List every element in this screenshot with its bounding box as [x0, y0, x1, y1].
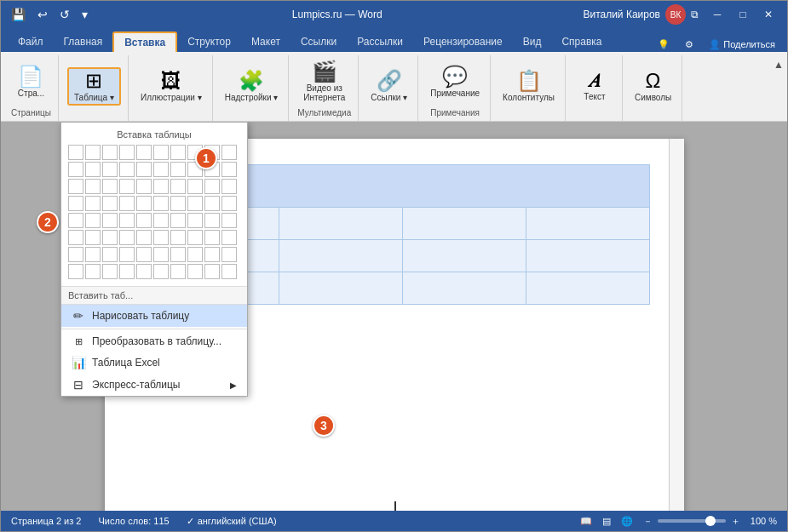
grid-cell[interactable]: [85, 230, 101, 245]
window-icon[interactable]: ⧉: [691, 9, 699, 20]
grid-cell[interactable]: [204, 213, 220, 228]
tab-references[interactable]: Ссылки: [290, 31, 347, 52]
grid-cell[interactable]: [204, 179, 220, 194]
options-icon[interactable]: ⚙: [680, 37, 699, 52]
grid-cell[interactable]: [170, 213, 186, 228]
grid-cell[interactable]: [68, 179, 83, 194]
maximize-button[interactable]: □: [731, 6, 755, 23]
grid-cell[interactable]: [153, 264, 169, 279]
grid-cell[interactable]: [221, 179, 237, 194]
ribbon-collapse-icon[interactable]: ▲: [774, 59, 784, 71]
grid-cell[interactable]: [170, 162, 186, 177]
grid-cell[interactable]: [119, 230, 135, 245]
grid-cell[interactable]: [221, 213, 237, 228]
grid-cell[interactable]: [85, 264, 101, 279]
grid-cell[interactable]: [85, 196, 101, 211]
grid-cell[interactable]: [153, 179, 169, 194]
grid-cell[interactable]: [102, 264, 118, 279]
grid-cell[interactable]: [68, 247, 83, 262]
grid-cell[interactable]: [153, 247, 169, 262]
grid-cell[interactable]: [170, 247, 186, 262]
table-button[interactable]: ⊞ Таблица ▾: [67, 67, 121, 106]
grid-cell[interactable]: [187, 247, 203, 262]
grid-cell[interactable]: [68, 264, 83, 279]
grid-cell[interactable]: [187, 179, 203, 194]
grid-cell[interactable]: [68, 196, 83, 211]
grid-cell[interactable]: [221, 145, 237, 160]
grid-cell[interactable]: [119, 179, 135, 194]
grid-cell[interactable]: [68, 162, 83, 177]
help-icon[interactable]: 💡: [653, 37, 675, 52]
grid-cell[interactable]: [119, 145, 135, 160]
grid-cell[interactable]: [68, 213, 83, 228]
grid-cell[interactable]: [102, 196, 118, 211]
grid-cell[interactable]: [204, 196, 220, 211]
pages-button[interactable]: 📄 Стра...: [14, 65, 48, 100]
grid-cell[interactable]: [85, 162, 101, 177]
undo-icon[interactable]: ↩: [34, 6, 51, 23]
save-icon[interactable]: 💾: [8, 6, 29, 23]
tab-help[interactable]: Справка: [551, 31, 612, 52]
grid-cell[interactable]: [136, 213, 152, 228]
grid-cell[interactable]: [68, 230, 83, 245]
minimize-button[interactable]: ─: [705, 6, 729, 23]
grid-cell[interactable]: [170, 264, 186, 279]
text-button[interactable]: 𝐴 Текст: [574, 70, 615, 103]
close-button[interactable]: ✕: [756, 6, 780, 23]
grid-cell[interactable]: [119, 264, 135, 279]
share-button[interactable]: 👤 Поделиться: [704, 37, 780, 52]
tab-structure[interactable]: Структор: [177, 31, 241, 52]
grid-cell[interactable]: [187, 230, 203, 245]
grid-cell[interactable]: [221, 264, 237, 279]
grid-cell[interactable]: [85, 247, 101, 262]
grid-cell[interactable]: [204, 230, 220, 245]
grid-cell[interactable]: [102, 230, 118, 245]
grid-cell[interactable]: [119, 196, 135, 211]
grid-cell[interactable]: [136, 230, 152, 245]
headerfooter-button[interactable]: 📋 Колонтитулы: [499, 69, 558, 104]
grid-cell[interactable]: [102, 145, 118, 160]
view-icon-read[interactable]: 📖: [580, 516, 592, 527]
grid-cell[interactable]: [119, 162, 135, 177]
tab-review[interactable]: Рецензирование: [413, 31, 513, 52]
grid-cell[interactable]: [136, 162, 152, 177]
links-button[interactable]: 🔗 Ссылки ▾: [367, 69, 411, 104]
zoom-out-icon[interactable]: －: [643, 515, 653, 528]
grid-cell[interactable]: [85, 213, 101, 228]
menu-item-express[interactable]: ⊟ Экспресс-таблицы ▶: [61, 374, 247, 396]
grid-cell[interactable]: [136, 264, 152, 279]
grid-cell[interactable]: [119, 213, 135, 228]
grid-cell[interactable]: [136, 179, 152, 194]
view-icon-layout[interactable]: ▤: [602, 516, 611, 527]
illustrations-button[interactable]: 🖼 Иллюстрации ▾: [137, 69, 205, 104]
grid-cell[interactable]: [153, 145, 169, 160]
grid-cell[interactable]: [136, 145, 152, 160]
grid-cell[interactable]: [102, 213, 118, 228]
view-icon-web[interactable]: 🌐: [621, 516, 633, 527]
menu-item-excel[interactable]: 📊 Таблица Excel: [61, 352, 247, 374]
grid-cell[interactable]: [221, 162, 237, 177]
grid-cell[interactable]: [85, 145, 101, 160]
tab-view[interactable]: Вид: [513, 31, 552, 52]
symbols-button[interactable]: Ω Символы: [631, 69, 675, 104]
addins-button[interactable]: 🧩 Надстройки ▾: [221, 69, 282, 104]
grid-cell[interactable]: [102, 179, 118, 194]
grid-cell[interactable]: [102, 162, 118, 177]
grid-cell[interactable]: [221, 230, 237, 245]
comment-button[interactable]: 💬 Примечание: [427, 65, 483, 100]
grid-cell[interactable]: [204, 264, 220, 279]
grid-cell[interactable]: [136, 196, 152, 211]
zoom-track[interactable]: [658, 519, 726, 523]
grid-cell[interactable]: [68, 145, 83, 160]
grid-cell[interactable]: [204, 247, 220, 262]
tab-insert[interactable]: Вставка: [112, 31, 177, 52]
grid-cell[interactable]: [187, 196, 203, 211]
tab-file[interactable]: Файл: [8, 31, 54, 52]
grid-cell[interactable]: [221, 247, 237, 262]
grid-cell[interactable]: [153, 213, 169, 228]
customize-icon[interactable]: ▾: [78, 6, 91, 23]
grid-cell[interactable]: [187, 213, 203, 228]
grid-cell[interactable]: [153, 162, 169, 177]
media-button[interactable]: 🎬 Видео изИнтернета: [300, 60, 348, 104]
tab-layout[interactable]: Макет: [241, 31, 290, 52]
